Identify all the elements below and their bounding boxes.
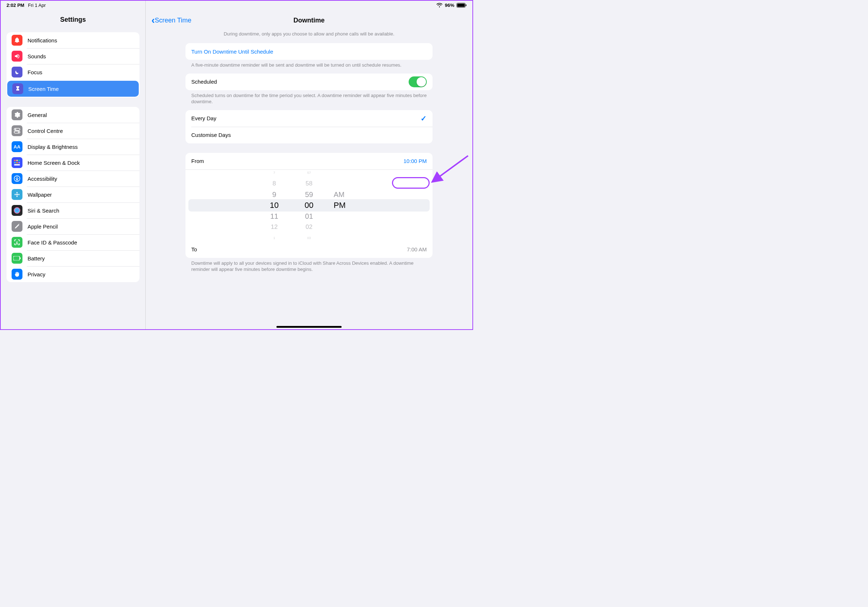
gear-icon (12, 109, 22, 120)
svg-rect-9 (19, 160, 20, 161)
turn-on-label: Turn On Downtime Until Schedule (191, 48, 273, 55)
scheduled-label: Scheduled (191, 79, 217, 85)
content-pane: ‹ Screen Time Downtime During downtime, … (146, 1, 473, 329)
speaker-icon (12, 51, 22, 62)
status-battery-pct: 96% (445, 3, 454, 8)
sidebar-item-siri-search[interactable]: Siri & Search (6, 203, 140, 218)
svg-point-23 (18, 242, 18, 242)
svg-point-19 (14, 194, 16, 195)
svg-rect-25 (20, 257, 21, 259)
sidebar-item-label: Wallpaper (28, 192, 52, 198)
sidebar-item-accessibility[interactable]: Accessibility (6, 170, 140, 186)
settings-sidebar: Settings Notifications Sounds (1, 1, 146, 329)
svg-point-16 (16, 194, 18, 195)
svg-point-6 (18, 132, 19, 133)
sidebar-item-battery[interactable]: Battery (6, 250, 140, 266)
sidebar-item-faceid-passcode[interactable]: Face ID & Passcode (6, 234, 140, 250)
scheduled-toggle[interactable] (409, 76, 427, 87)
to-footer: Downtime will apply to all your devices … (186, 258, 432, 278)
to-row[interactable]: To 7:00 AM (186, 241, 432, 258)
content-header: ‹ Screen Time Downtime (146, 9, 473, 31)
sidebar-item-label: General (28, 112, 47, 118)
pencil-icon (12, 221, 22, 232)
back-button[interactable]: ‹ Screen Time (152, 17, 191, 24)
turn-on-downtime-row[interactable]: Turn On Downtime Until Schedule (186, 43, 432, 60)
sidebar-title: Settings (1, 9, 145, 32)
svg-rect-24 (13, 256, 20, 260)
status-bar: 2:02 PM Fri 1 Apr 96% (1, 1, 473, 9)
sidebar-item-label: Apple Pencil (28, 223, 57, 230)
sidebar-group-general: General Control Centre AA Display & Brig… (6, 107, 140, 282)
every-day-row[interactable]: Every Day ✓ (186, 110, 432, 127)
every-day-label: Every Day (191, 115, 216, 121)
flower-icon (12, 189, 22, 200)
svg-rect-10 (14, 162, 16, 163)
sidebar-item-label: Accessibility (28, 176, 57, 182)
sidebar-item-label: Siri & Search (28, 207, 59, 214)
back-label: Screen Time (155, 17, 191, 24)
svg-rect-7 (14, 160, 16, 161)
svg-rect-11 (16, 162, 18, 163)
svg-rect-1 (457, 4, 465, 7)
sidebar-item-label: Control Centre (28, 128, 63, 134)
home-indicator (276, 326, 342, 328)
sidebar-item-privacy[interactable]: Privacy (6, 266, 140, 282)
to-label: To (191, 246, 197, 252)
sidebar-item-sounds[interactable]: Sounds (6, 48, 140, 64)
customise-days-row[interactable]: Customise Days (186, 127, 432, 143)
svg-rect-13 (14, 164, 20, 166)
turn-on-group: Turn On Downtime Until Schedule (186, 43, 432, 60)
sidebar-item-apple-pencil[interactable]: Apple Pencil (6, 218, 140, 234)
scheduled-footer: Scheduled turns on downtime for the time… (186, 90, 432, 110)
customise-days-label: Customise Days (191, 132, 231, 138)
page-title: Downtime (146, 17, 473, 24)
svg-point-22 (16, 242, 16, 242)
sidebar-item-wallpaper[interactable]: Wallpaper (6, 186, 140, 203)
sidebar-item-screen-time[interactable]: Screen Time (7, 81, 139, 97)
from-row[interactable]: From 10:00 PM (186, 153, 432, 169)
checkmark-icon: ✓ (421, 114, 427, 123)
sidebar-item-control-centre[interactable]: Control Centre (6, 123, 140, 139)
sidebar-item-label: Focus (28, 69, 42, 75)
sidebar-item-home-screen-dock[interactable]: Home Screen & Dock (6, 155, 140, 170)
sidebar-item-notifications[interactable]: Notifications (6, 32, 140, 48)
siri-icon (12, 205, 22, 216)
day-mode-group: Every Day ✓ Customise Days (186, 110, 432, 143)
svg-point-21 (14, 207, 20, 214)
sidebar-group-focus: Notifications Sounds Focus (6, 32, 140, 98)
svg-point-18 (16, 195, 18, 197)
svg-rect-8 (16, 160, 18, 161)
time-range-group: From 10:00 PM 7 8 9 10 11 12 1 (186, 153, 432, 258)
wifi-icon (436, 3, 443, 8)
battery-icon (456, 3, 467, 8)
time-picker[interactable]: 7 8 9 10 11 12 1 57 58 59 00 (186, 169, 432, 241)
sidebar-item-label: Screen Time (28, 86, 59, 92)
face-id-icon (12, 237, 22, 248)
sidebar-item-label: Notifications (28, 37, 57, 43)
chevron-left-icon: ‹ (152, 17, 155, 23)
status-time: 2:02 PM (6, 3, 24, 8)
accessibility-icon (12, 173, 22, 184)
intro-text: During downtime, only apps you choose to… (186, 31, 432, 43)
svg-point-17 (16, 192, 18, 194)
hand-icon (12, 269, 22, 280)
sidebar-item-general[interactable]: General (6, 107, 140, 123)
turn-on-footer: A five-minute downtime reminder will be … (186, 60, 432, 74)
minute-wheel[interactable]: 57 58 59 00 01 02 03 (299, 170, 319, 241)
scheduled-group: Scheduled (186, 74, 432, 90)
sidebar-item-label: Privacy (28, 271, 45, 277)
sidebar-item-focus[interactable]: Focus (6, 64, 140, 80)
scheduled-row[interactable]: Scheduled (186, 74, 432, 90)
svg-point-4 (15, 129, 16, 130)
status-date: Fri 1 Apr (28, 3, 46, 8)
ampm-wheel[interactable]: AM PM (334, 170, 354, 241)
svg-point-15 (16, 177, 17, 178)
sidebar-item-label: Face ID & Passcode (28, 239, 77, 246)
svg-point-20 (18, 194, 20, 195)
hour-wheel[interactable]: 7 8 9 10 11 12 1 (264, 170, 284, 241)
from-label: From (191, 158, 204, 164)
from-value: 10:00 PM (404, 158, 427, 164)
to-value: 7:00 AM (407, 246, 427, 252)
sidebar-item-display-brightness[interactable]: AA Display & Brightness (6, 139, 140, 155)
bell-icon (12, 35, 22, 46)
